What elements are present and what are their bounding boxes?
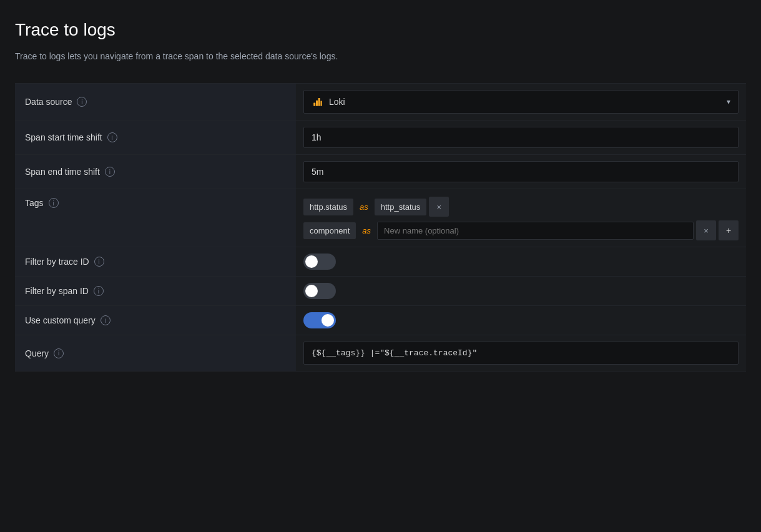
use-custom-query-toggle[interactable] <box>303 312 336 328</box>
span-end-info-icon[interactable]: i <box>105 167 115 177</box>
tag-as-1: as <box>356 199 372 215</box>
page-description: Trace to logs lets you navigate from a t… <box>15 50 746 63</box>
data-source-value-cell: Loki ▾ <box>296 84 746 121</box>
filter-span-id-label: Filter by span ID <box>25 286 89 296</box>
svg-rect-1 <box>316 101 318 106</box>
span-start-info-icon[interactable]: i <box>107 132 117 142</box>
filter-trace-id-label-cell: Filter by trace ID i <box>15 247 296 277</box>
filter-trace-id-row: Filter by trace ID i <box>15 247 746 277</box>
filter-trace-id-label: Filter by trace ID <box>25 257 89 267</box>
use-custom-query-info-icon[interactable]: i <box>101 315 110 325</box>
use-custom-query-value-cell <box>296 306 746 335</box>
span-end-row: Span end time shift i <box>15 155 746 189</box>
filter-trace-id-toggle-container <box>303 254 739 270</box>
chevron-down-icon: ▾ <box>727 97 730 106</box>
svg-rect-3 <box>321 101 322 106</box>
query-info-icon[interactable]: i <box>54 348 64 358</box>
query-label: Query <box>25 348 49 358</box>
query-input[interactable] <box>303 342 739 365</box>
settings-form: Data source i <box>15 83 746 372</box>
use-custom-query-thumb <box>322 314 334 327</box>
tag-add-button[interactable]: + <box>719 220 739 240</box>
tag-as-2: as <box>358 222 375 239</box>
span-start-value-cell <box>296 121 746 155</box>
tag-key-1: http.status <box>303 199 353 215</box>
filter-span-id-toggle[interactable] <box>303 283 336 299</box>
use-custom-query-toggle-container <box>303 312 739 328</box>
span-start-row: Span start time shift i <box>15 121 746 155</box>
use-custom-query-label: Use custom query <box>25 315 96 325</box>
span-start-label: Span start time shift <box>25 132 102 142</box>
filter-span-id-label-cell: Filter by span ID i <box>15 277 296 306</box>
data-source-label: Data source <box>25 97 72 107</box>
filter-trace-id-toggle[interactable] <box>303 254 336 270</box>
data-source-row: Data source i <box>15 84 746 121</box>
filter-span-id-thumb <box>305 285 318 297</box>
tags-label-cell: Tags i <box>15 189 296 247</box>
use-custom-query-label-cell: Use custom query i <box>15 306 296 335</box>
filter-span-id-value-cell <box>296 277 746 306</box>
svg-rect-0 <box>313 103 315 106</box>
tags-container: http.status as http_status × component a… <box>303 197 739 240</box>
query-value-cell <box>296 335 746 372</box>
span-end-label: Span end time shift <box>25 167 100 177</box>
tag-row-1: http.status as http_status × <box>303 197 739 217</box>
tag-key-2: component <box>303 222 356 239</box>
tags-info-icon[interactable]: i <box>49 198 59 208</box>
tag-remove-2[interactable]: × <box>696 220 716 240</box>
data-source-dropdown[interactable]: Loki ▾ <box>303 90 739 114</box>
svg-rect-2 <box>318 98 320 106</box>
filter-span-id-row: Filter by span ID i <box>15 277 746 306</box>
tag-row-2: component as × + <box>303 220 739 240</box>
tag-new-name-input[interactable] <box>377 222 694 240</box>
tags-row: Tags i http.status as http_status × comp… <box>15 189 746 247</box>
span-start-input[interactable] <box>303 127 739 148</box>
filter-trace-id-thumb <box>305 255 318 268</box>
tags-value-cell: http.status as http_status × component a… <box>296 189 746 247</box>
filter-span-id-toggle-container <box>303 283 739 299</box>
data-source-info-icon[interactable]: i <box>77 97 87 107</box>
span-end-label-cell: Span end time shift i <box>15 155 296 189</box>
loki-icon <box>312 96 324 108</box>
tags-label: Tags <box>25 198 44 208</box>
data-source-value: Loki <box>329 97 345 107</box>
span-end-input[interactable] <box>303 161 739 182</box>
page-title: Trace to logs <box>15 20 746 40</box>
tag-remove-1[interactable]: × <box>429 197 449 217</box>
query-label-cell: Query i <box>15 335 296 372</box>
tag-value-1: http_status <box>375 199 427 215</box>
filter-span-id-info-icon[interactable]: i <box>94 286 104 296</box>
filter-trace-id-value-cell <box>296 247 746 277</box>
span-end-value-cell <box>296 155 746 189</box>
data-source-label-cell: Data source i <box>15 84 296 121</box>
use-custom-query-row: Use custom query i <box>15 306 746 335</box>
filter-trace-id-info-icon[interactable]: i <box>94 257 104 267</box>
query-row: Query i <box>15 335 746 372</box>
span-start-label-cell: Span start time shift i <box>15 121 296 155</box>
